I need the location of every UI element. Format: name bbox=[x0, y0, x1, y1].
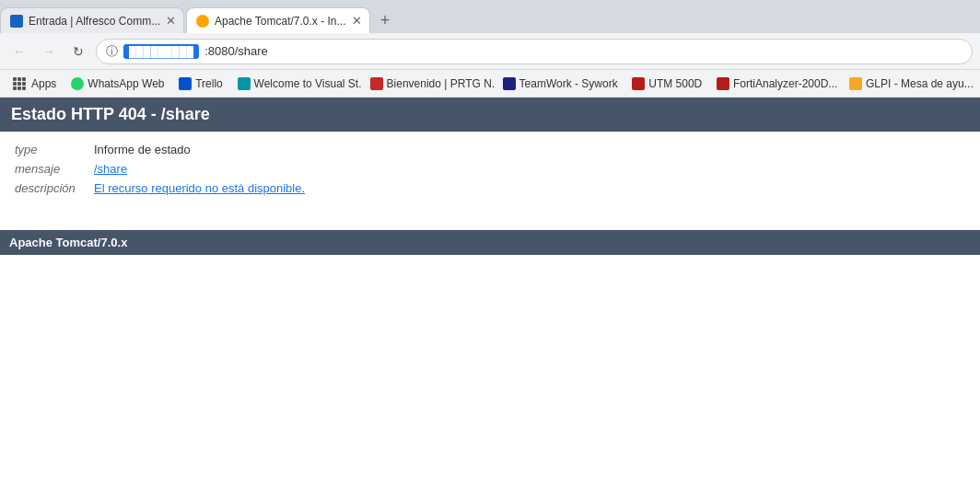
bookmark-prtg[interactable]: Bienvenido | PRTG N... bbox=[365, 75, 494, 92]
apps-grid-icon bbox=[13, 77, 26, 90]
tab-tomcat[interactable]: Apache Tomcat/7.0.x - In... ✕ bbox=[186, 7, 370, 33]
error-value-type: Informe de estado bbox=[94, 143, 191, 156]
favicon-glpi bbox=[849, 77, 862, 90]
error-row-mensaje: mensaje /share bbox=[15, 162, 965, 176]
bookmark-trello-label: Trello bbox=[195, 77, 223, 90]
bookmark-apps-label: Apps bbox=[31, 77, 56, 90]
bookmark-visual[interactable]: Welcome to Visual St... bbox=[232, 75, 361, 92]
tab-favicon-tomcat bbox=[196, 15, 209, 28]
error-row-type: type Informe de estado bbox=[15, 143, 965, 156]
bookmark-teamwork[interactable]: TeamWork - Sywork bbox=[497, 75, 624, 92]
apache-footer-text: Apache Tomcat/7.0.x bbox=[9, 236, 127, 249]
bookmark-whatsapp-label: WhatsApp Web bbox=[88, 77, 164, 90]
error-row-descripcion: descripción El recurso requerido no está… bbox=[15, 181, 965, 195]
bookmarks-bar: Apps WhatsApp Web Trello Welcome to Visu… bbox=[0, 70, 980, 98]
address-bar-row: ← → ↻ ⓘ █████████ :8080/share bbox=[0, 33, 980, 70]
favicon-visual bbox=[238, 77, 251, 90]
error-label-descripcion: descripción bbox=[15, 181, 88, 195]
favicon-teamwork bbox=[503, 77, 516, 90]
bookmark-apps[interactable]: Apps bbox=[7, 75, 62, 92]
forward-button[interactable]: → bbox=[37, 40, 61, 63]
browser-window: Entrada | Alfresco Comm... ✕ Apache Tomc… bbox=[0, 0, 980, 484]
back-button[interactable]: ← bbox=[7, 40, 31, 63]
tab-alfresco[interactable]: Entrada | Alfresco Comm... ✕ bbox=[0, 7, 184, 33]
error-link-share[interactable]: /share bbox=[94, 162, 127, 176]
bookmark-visual-label: Welcome to Visual St... bbox=[254, 77, 361, 90]
apache-footer: Apache Tomcat/7.0.x bbox=[0, 230, 980, 255]
tab-close-alfresco[interactable]: ✕ bbox=[166, 14, 176, 28]
address-url-highlight: █████████ bbox=[123, 44, 199, 59]
tab-bar: Entrada | Alfresco Comm... ✕ Apache Tomc… bbox=[0, 0, 980, 33]
tab-label-tomcat: Apache Tomcat/7.0.x - In... bbox=[215, 15, 346, 28]
address-box[interactable]: ⓘ █████████ :8080/share bbox=[96, 39, 973, 64]
favicon-whatsapp bbox=[71, 77, 84, 90]
bookmark-utm[interactable]: UTM 500D bbox=[626, 75, 707, 92]
address-url-suffix: :8080/share bbox=[204, 44, 268, 58]
tab-close-tomcat[interactable]: ✕ bbox=[352, 14, 362, 28]
favicon-utm bbox=[632, 77, 645, 90]
tab-favicon-alfresco bbox=[10, 15, 23, 28]
bookmark-fortianalyzer[interactable]: FortiAnalyzer-200D... bbox=[711, 75, 840, 92]
reload-button[interactable]: ↻ bbox=[66, 40, 90, 63]
error-body: type Informe de estado mensaje /share de… bbox=[0, 132, 980, 212]
error-header: Estado HTTP 404 - /share bbox=[0, 98, 980, 132]
error-link-descripcion[interactable]: El recurso requerido no está disponible. bbox=[94, 181, 305, 195]
bookmark-glpi[interactable]: GLPI - Mesa de ayu... bbox=[844, 75, 973, 92]
favicon-prtg bbox=[370, 77, 383, 90]
bookmark-utm-label: UTM 500D bbox=[648, 77, 702, 90]
error-title: Estado HTTP 404 - /share bbox=[11, 105, 210, 123]
favicon-fortianalyzer bbox=[717, 77, 729, 90]
bookmark-fortianalyzer-label: FortiAnalyzer-200D... bbox=[733, 77, 837, 90]
bookmark-teamwork-label: TeamWork - Sywork bbox=[519, 77, 618, 90]
favicon-trello bbox=[179, 77, 192, 90]
bookmark-whatsapp[interactable]: WhatsApp Web bbox=[65, 75, 169, 92]
new-tab-button[interactable]: + bbox=[372, 7, 398, 33]
bookmark-trello[interactable]: Trello bbox=[173, 75, 228, 92]
page-content: Estado HTTP 404 - /share type Informe de… bbox=[0, 98, 980, 484]
bookmark-prtg-label: Bienvenido | PRTG N... bbox=[387, 77, 494, 90]
info-icon: ⓘ bbox=[106, 43, 118, 60]
bookmark-glpi-label: GLPI - Mesa de ayu... bbox=[866, 77, 973, 90]
tab-label-alfresco: Entrada | Alfresco Comm... bbox=[29, 15, 160, 28]
error-label-mensaje: mensaje bbox=[15, 162, 88, 176]
error-label-type: type bbox=[15, 143, 88, 156]
